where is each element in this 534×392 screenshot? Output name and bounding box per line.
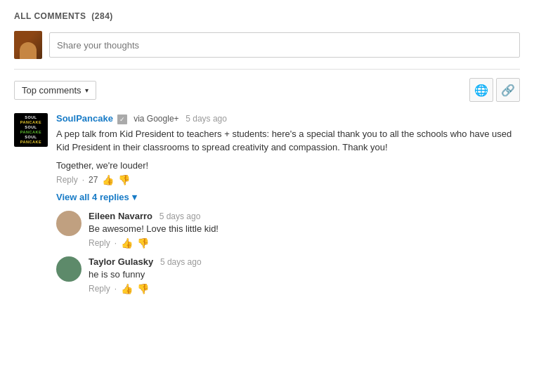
vote-count: 27: [89, 175, 98, 185]
reply-text: he is so funny: [89, 269, 520, 280]
reply-time: 5 days ago: [160, 257, 202, 267]
via-google-text: via Google+: [134, 114, 178, 124]
reply-thumbs-down-icon[interactable]: 👎: [137, 238, 149, 248]
reply-content: Eileen Navarro 5 days ago Be awesome! Lo…: [89, 211, 520, 248]
view-replies-label: View all 4 replies: [56, 192, 129, 202]
comment-header: SoulPancake ✓ via Google+ 5 days ago: [56, 113, 520, 124]
reply-time: 5 days ago: [159, 211, 201, 221]
comment-item: SOUL PANCAKE SOUL PANCAKE SOUL PANCAKE S…: [14, 113, 520, 185]
reply-link[interactable]: Reply: [56, 175, 78, 185]
reply-item: Taylor Gulasky 5 days ago he is so funny…: [56, 256, 520, 294]
reply-author: Taylor Gulasky: [89, 256, 153, 267]
link-icon: 🔗: [501, 84, 515, 97]
globe-icon-button[interactable]: 🌐: [469, 78, 493, 102]
reply-thumbs-down-icon[interactable]: 👎: [137, 284, 149, 294]
share-input[interactable]: [49, 32, 520, 58]
reply-actions: Reply · 👍 👎: [89, 284, 520, 294]
dot-separator: ·: [115, 238, 117, 248]
thumbs-down-icon[interactable]: 👎: [118, 175, 130, 185]
reply-author: Eileen Navarro: [89, 211, 152, 221]
user-avatar: [14, 31, 42, 59]
reply-reply-link[interactable]: Reply: [89, 284, 110, 294]
eileen-avatar: [56, 211, 82, 236]
comment-content: SoulPancake ✓ via Google+ 5 days ago A p…: [56, 113, 520, 185]
reply-item: Eileen Navarro 5 days ago Be awesome! Lo…: [56, 211, 520, 248]
reply-text: Be awesome! Love this little kid!: [89, 223, 520, 234]
replies-section: Eileen Navarro 5 days ago Be awesome! Lo…: [56, 211, 520, 294]
view-all-replies[interactable]: View all 4 replies ▾: [56, 192, 520, 202]
globe-icon: 🌐: [474, 84, 488, 97]
link-icon-button[interactable]: 🔗: [496, 78, 520, 102]
chevron-down-icon: ▾: [85, 86, 89, 94]
comment-text-secondary: Together, we're louder!: [56, 160, 520, 171]
reply-actions: Reply · 👍 👎: [89, 238, 520, 248]
reply-content: Taylor Gulasky 5 days ago he is so funny…: [89, 256, 520, 294]
soulpancake-avatar: SOUL PANCAKE SOUL PANCAKE SOUL PANCAKE: [14, 113, 48, 147]
sort-icons: 🌐 🔗: [469, 78, 520, 102]
section-title: ALL COMMENTS (284): [14, 11, 520, 21]
comment-actions: Reply · 27 👍 👎: [56, 175, 520, 185]
sort-row: Top comments ▾ 🌐 🔗: [14, 78, 520, 102]
reply-header: Eileen Navarro 5 days ago: [89, 211, 520, 221]
comment-time: 5 days ago: [185, 114, 227, 124]
dot-separator: ·: [82, 175, 84, 185]
reply-header: Taylor Gulasky 5 days ago: [89, 256, 520, 267]
dot-separator: ·: [115, 284, 117, 294]
comment-author[interactable]: SoulPancake: [56, 113, 113, 124]
comment-text-main: A pep talk from Kid President to teacher…: [56, 127, 520, 155]
sort-label: Top comments: [22, 85, 82, 96]
replies-chevron-icon: ▾: [132, 192, 137, 202]
comment-input-row: [14, 31, 520, 59]
taylor-avatar: [56, 256, 82, 282]
comment-count: (284): [91, 11, 113, 21]
reply-reply-link[interactable]: Reply: [89, 238, 110, 248]
sort-button[interactable]: Top comments ▾: [14, 81, 96, 100]
thumbs-up-icon[interactable]: 👍: [102, 175, 114, 185]
divider: [14, 69, 520, 70]
section-title-text: ALL COMMENTS: [14, 11, 86, 21]
verified-icon: ✓: [117, 115, 127, 124]
reply-thumbs-up-icon[interactable]: 👍: [121, 238, 133, 248]
reply-thumbs-up-icon[interactable]: 👍: [121, 284, 133, 294]
